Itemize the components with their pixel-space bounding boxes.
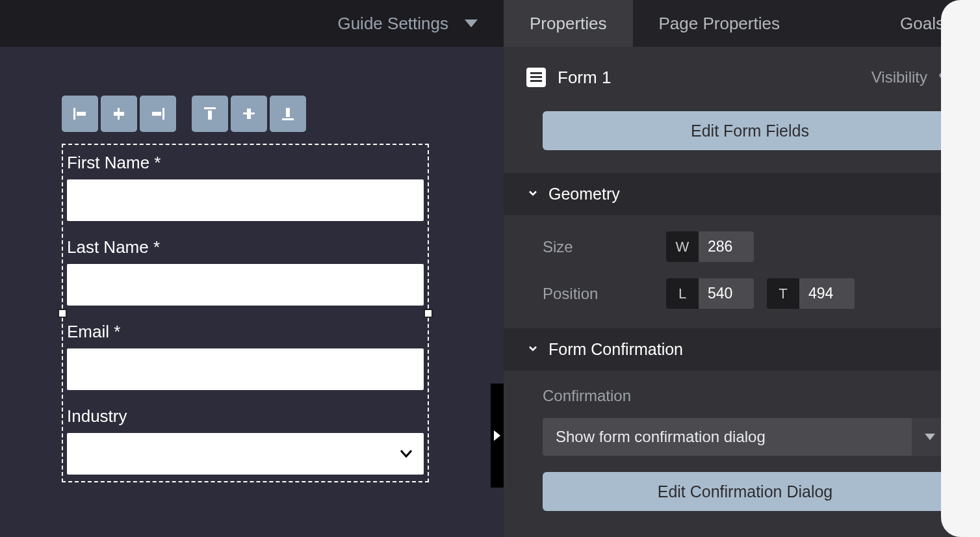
panel-tabs: Properties Page Properties Goals — [504, 0, 980, 47]
chevron-right-icon — [494, 430, 500, 441]
editor-canvas: First Name * Last Name * Email * Industr… — [0, 47, 504, 537]
svg-rect-1 — [77, 112, 86, 116]
resize-handle-left[interactable] — [58, 309, 67, 318]
field-last-name: Last Name * — [67, 237, 424, 306]
width-input[interactable] — [699, 231, 754, 262]
svg-rect-11 — [286, 108, 290, 117]
confirmation-label: Confirmation — [543, 387, 948, 405]
right-edge-decor — [941, 0, 980, 537]
form-icon — [526, 68, 546, 87]
confirmation-dropdown[interactable]: Show form confirmation dialog — [543, 418, 948, 456]
left-prefix: L — [666, 278, 699, 309]
last-name-input[interactable] — [67, 264, 424, 306]
top-input[interactable] — [799, 278, 855, 309]
edit-form-fields-button[interactable]: Edit Form Fields — [543, 111, 957, 150]
svg-rect-7 — [208, 111, 212, 120]
svg-rect-0 — [73, 108, 75, 120]
width-field: W — [666, 231, 754, 262]
svg-rect-6 — [204, 107, 216, 109]
section-confirmation-header[interactable]: Form Confirmation — [504, 328, 980, 371]
first-name-input[interactable] — [67, 179, 424, 221]
size-label: Size — [543, 238, 666, 256]
section-confirmation-body: Confirmation Show form confirmation dial… — [504, 371, 980, 530]
resize-handle-right[interactable] — [424, 309, 433, 318]
tab-properties[interactable]: Properties — [504, 0, 633, 47]
align-left-button[interactable] — [62, 96, 98, 132]
section-confirmation-label: Form Confirmation — [548, 340, 683, 359]
industry-label: Industry — [67, 406, 424, 426]
tab-page-properties[interactable]: Page Properties — [633, 0, 806, 47]
last-name-label: Last Name * — [67, 237, 424, 257]
alignment-toolbar — [62, 96, 504, 132]
field-industry: Industry — [67, 406, 424, 475]
align-right-button[interactable] — [140, 96, 176, 132]
visibility-label: Visibility — [871, 68, 927, 86]
guide-settings-label: Guide Settings — [337, 14, 448, 34]
email-label: Email * — [67, 322, 424, 342]
left-field: L — [666, 278, 754, 309]
top-prefix: T — [767, 278, 799, 309]
industry-select[interactable] — [67, 433, 424, 475]
align-bottom-button[interactable] — [270, 96, 306, 132]
left-input[interactable] — [699, 278, 754, 309]
collapse-panel-button[interactable] — [491, 384, 504, 488]
svg-rect-4 — [162, 108, 164, 120]
properties-panel: Properties Page Properties Goals Form 1 … — [504, 0, 980, 537]
svg-rect-10 — [282, 118, 294, 120]
edit-confirmation-dialog-button[interactable]: Edit Confirmation Dialog — [543, 472, 948, 511]
section-geometry-body: Size W Position L T — [504, 215, 980, 328]
align-center-vertical-button[interactable] — [231, 96, 267, 132]
field-email: Email * — [67, 322, 424, 390]
svg-rect-9 — [247, 109, 251, 119]
align-center-horizontal-button[interactable] — [101, 96, 137, 132]
top-header: Guide Settings — [0, 0, 504, 47]
chevron-down-icon — [526, 340, 539, 359]
chevron-down-icon — [526, 185, 539, 203]
svg-rect-3 — [114, 112, 124, 116]
first-name-label: First Name * — [67, 153, 424, 173]
position-label: Position — [543, 285, 666, 303]
align-top-button[interactable] — [192, 96, 228, 132]
guide-settings-dropdown[interactable]: Guide Settings — [337, 14, 478, 34]
confirmation-selected: Show form confirmation dialog — [543, 428, 912, 446]
width-prefix: W — [666, 231, 699, 262]
field-first-name: First Name * — [67, 153, 424, 221]
top-field: T — [767, 278, 855, 309]
element-title: Form 1 — [558, 68, 611, 88]
chevron-down-icon — [465, 20, 478, 27]
section-geometry-label: Geometry — [548, 185, 620, 203]
form-selection-box[interactable]: First Name * Last Name * Email * Industr… — [62, 144, 429, 482]
email-input[interactable] — [67, 348, 424, 390]
section-geometry-header[interactable]: Geometry — [504, 173, 980, 215]
svg-rect-5 — [152, 112, 161, 116]
